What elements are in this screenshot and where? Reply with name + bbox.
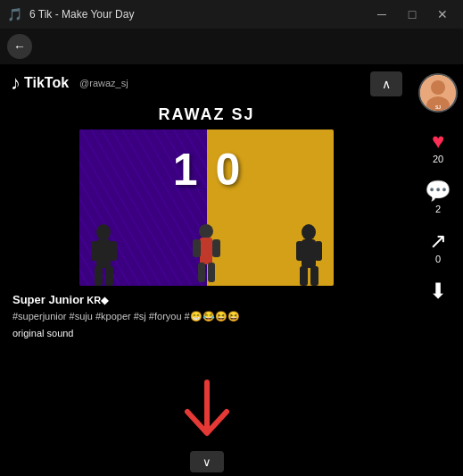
down-arrow-button[interactable]: ∨ xyxy=(190,451,224,472)
like-count: 20 xyxy=(433,154,443,164)
stage-scene: 1 0 xyxy=(79,129,334,286)
performers xyxy=(79,214,334,286)
avatar-image: SJ xyxy=(420,75,456,111)
like-button[interactable]: ♥ 20 xyxy=(432,130,444,164)
svg-rect-7 xyxy=(200,238,212,264)
svg-point-12 xyxy=(302,224,316,240)
window-controls: ─ □ ✕ xyxy=(368,4,456,25)
channel-name: Super Junior KR◆ xyxy=(12,293,401,306)
svg-rect-3 xyxy=(110,241,117,261)
tiktok-header: ♪ TikTok @rawaz_sj ∧ xyxy=(0,64,413,102)
up-arrow-button[interactable]: ∧ xyxy=(370,71,402,96)
left-panel: ♪ TikTok @rawaz_sj ∧ RAWAZ SJ 1 0 xyxy=(0,64,413,476)
performer-right-1 xyxy=(294,223,325,286)
svg-rect-15 xyxy=(315,241,322,261)
minimize-button[interactable]: ─ xyxy=(368,4,395,25)
svg-rect-11 xyxy=(208,263,215,282)
download-button[interactable]: ⬇ xyxy=(429,280,447,304)
share-icon: ↗ xyxy=(429,230,447,252)
original-sound: original sound xyxy=(12,328,401,338)
share-count: 0 xyxy=(435,254,441,264)
close-button[interactable]: ✕ xyxy=(429,4,456,25)
performer-center xyxy=(191,223,222,286)
svg-rect-1 xyxy=(96,239,111,268)
channel-name-text: Super Junior xyxy=(12,293,84,306)
svg-rect-9 xyxy=(212,239,220,257)
title-bar-left: 🎵 6 Tik - Make Your Day xyxy=(7,7,134,21)
app-icon: 🎵 xyxy=(7,7,22,21)
svg-rect-14 xyxy=(296,241,303,261)
svg-rect-2 xyxy=(91,241,98,261)
svg-point-6 xyxy=(199,224,213,238)
download-icon: ⬇ xyxy=(429,280,447,302)
red-arrow-container xyxy=(180,378,234,449)
title-bar: 🎵 6 Tik - Make Your Day ─ □ ✕ xyxy=(0,0,463,29)
svg-rect-13 xyxy=(302,239,316,268)
video-placeholder: 1 0 xyxy=(79,129,334,286)
avatar[interactable]: SJ xyxy=(418,73,458,113)
red-arrow-icon xyxy=(180,378,234,449)
svg-rect-5 xyxy=(105,266,113,286)
svg-text:SJ: SJ xyxy=(435,104,441,110)
main-content: ♪ TikTok @rawaz_sj ∧ RAWAZ SJ 1 0 xyxy=(0,64,463,476)
video-title: RAWAZ SJ xyxy=(0,102,413,129)
svg-rect-16 xyxy=(300,266,308,286)
comment-count: 2 xyxy=(435,204,441,214)
svg-point-0 xyxy=(96,224,111,240)
description-area: Super Junior KR◆ #superjunior #suju #kpo… xyxy=(0,286,413,346)
video-container[interactable]: 1 0 xyxy=(79,129,334,286)
performer-left-1 xyxy=(88,223,120,286)
nav-bar: ← xyxy=(0,29,463,64)
comment-button[interactable]: 💬 2 xyxy=(425,180,451,214)
window-title: 6 Tik - Make Your Day xyxy=(29,8,134,21)
hashtags: #superjunior #suju #kpoper #sj #foryou #… xyxy=(12,309,401,324)
svg-point-20 xyxy=(431,80,445,95)
tiktok-logo: ♪ TikTok xyxy=(11,71,69,95)
tiktok-username: @rawaz_sj xyxy=(76,78,128,88)
right-sidebar: SJ ♥ 20 💬 2 ↗ 0 ⬇ xyxy=(413,64,463,476)
svg-rect-10 xyxy=(198,263,205,282)
svg-rect-17 xyxy=(310,266,318,286)
svg-rect-8 xyxy=(193,239,201,257)
tiktok-logo-text: TikTok xyxy=(24,75,69,91)
back-button[interactable]: ← xyxy=(7,34,32,59)
tiktok-logo-icon: ♪ xyxy=(11,71,21,95)
score-right: 0 xyxy=(216,147,241,192)
share-button[interactable]: ↗ 0 xyxy=(429,230,447,264)
score-display: 1 0 xyxy=(173,147,241,192)
maximize-button[interactable]: □ xyxy=(399,4,426,25)
heart-icon: ♥ xyxy=(432,130,444,152)
score-left: 1 xyxy=(173,147,198,192)
channel-verified: KR◆ xyxy=(84,295,108,305)
comment-icon: 💬 xyxy=(425,180,451,202)
svg-rect-4 xyxy=(95,266,103,286)
up-arrow-icon: ∧ xyxy=(382,77,391,91)
